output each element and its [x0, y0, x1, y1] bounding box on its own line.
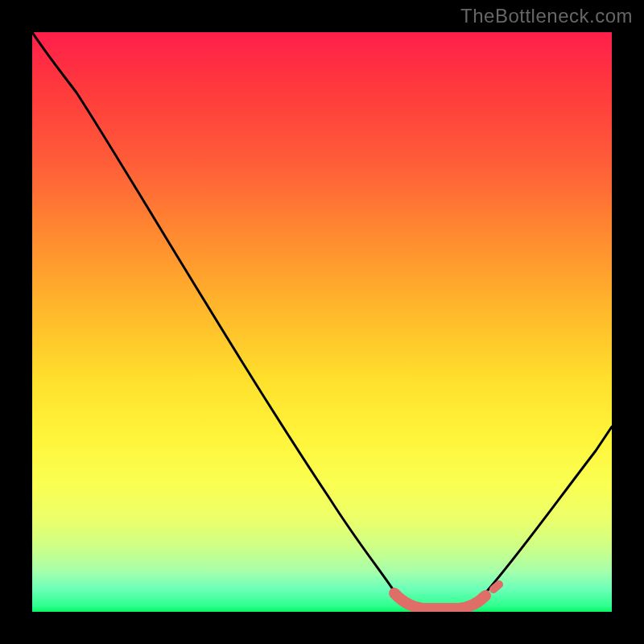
accent-segment — [394, 593, 485, 609]
accent-tail — [493, 584, 499, 589]
chart-frame: TheBottleneck.com — [0, 0, 644, 644]
curve-layer — [32, 32, 612, 612]
plot-area — [32, 32, 612, 612]
watermark-text: TheBottleneck.com — [460, 5, 633, 27]
bottleneck-curve — [32, 32, 612, 608]
